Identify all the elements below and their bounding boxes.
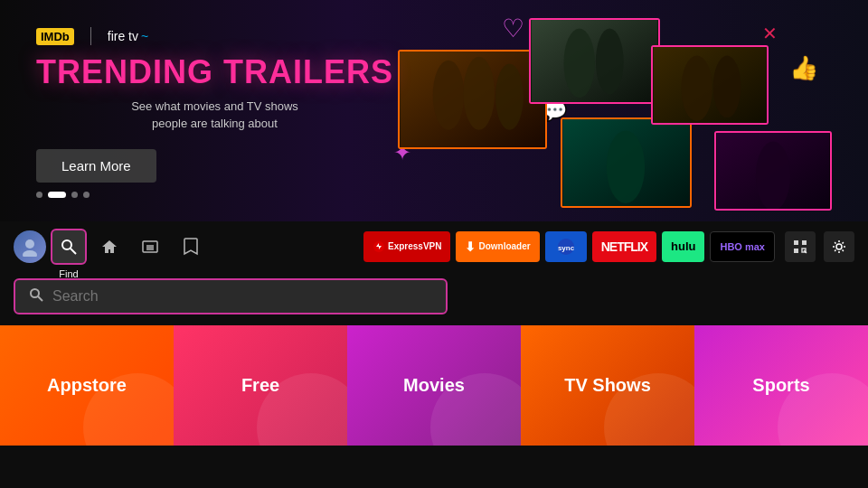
categories-bar: Appstore Free Movies TV Shows Sports (0, 325, 868, 446)
search-icon (29, 287, 43, 305)
thumbnail-4-image (653, 47, 767, 123)
thumbnail-1[interactable] (398, 50, 547, 149)
dot-2-active[interactable] (48, 192, 66, 198)
hbomax-app[interactable]: HBO max (710, 231, 775, 262)
user-avatar[interactable] (14, 230, 46, 263)
close-icon: ✕ (762, 23, 778, 44)
category-sports-label: Sports (752, 375, 809, 396)
fire-icon: ~ (141, 29, 148, 43)
settings-button[interactable] (824, 231, 854, 262)
hero-title: TRENDING TRAILERS (36, 54, 393, 90)
search-container (0, 271, 868, 325)
category-tvshows-label: TV Shows (564, 375, 651, 396)
thumbnail-3[interactable] (561, 117, 692, 208)
category-free-label: Free (241, 375, 279, 396)
hero-subtitle: See what movies and TV shows people are … (36, 98, 393, 133)
dot-3[interactable] (71, 192, 78, 198)
svg-rect-19 (146, 245, 154, 250)
hero-section: IMDb fire tv ~ TRENDING TRAILERS See wha… (0, 0, 868, 221)
thumbnail-4[interactable] (651, 45, 769, 125)
category-movies[interactable]: Movies (347, 325, 521, 446)
category-tvshows[interactable]: TV Shows (521, 325, 694, 446)
svg-rect-25 (794, 249, 798, 253)
category-appstore-label: Appstore (47, 375, 127, 396)
app-3[interactable]: sync (545, 231, 587, 262)
dot-4[interactable] (83, 192, 90, 198)
carousel-dots (36, 192, 393, 198)
hero-subtitle-line2: people are talking about (36, 115, 393, 133)
hero-subtitle-line1: See what movies and TV shows (36, 98, 393, 116)
find-label: Find (59, 268, 78, 279)
thumbnail-2[interactable] (529, 18, 660, 104)
svg-point-1 (433, 61, 465, 130)
home-nav-item[interactable] (91, 229, 127, 265)
category-movies-label: Movies (403, 375, 465, 396)
hulu-app[interactable]: hulu (662, 231, 704, 262)
svg-point-3 (495, 63, 524, 129)
svg-rect-23 (794, 240, 798, 245)
thumbsup-icon: 👍 (789, 54, 818, 82)
firetv-logo: fire tv ~ (108, 29, 148, 43)
navbar: Find ExpressVPN ⬇Downloader (0, 221, 868, 271)
svg-point-2 (463, 57, 495, 130)
category-sports[interactable]: Sports (694, 325, 868, 446)
search-bar[interactable] (14, 278, 448, 314)
expressvpn-app[interactable]: ExpressVPN (363, 231, 450, 262)
svg-point-29 (31, 289, 39, 297)
firetv-text: fire tv (108, 29, 138, 43)
category-appstore[interactable]: Appstore (0, 325, 174, 446)
app-icons-bar: ExpressVPN ⬇Downloader sync NETFLIX hulu… (363, 231, 775, 262)
heart-icon: ♡ (502, 14, 524, 43)
imdb-logo: IMDb (36, 28, 74, 45)
live-nav-item[interactable] (132, 229, 168, 265)
search-input[interactable] (52, 288, 432, 305)
thumbnails-area: ♡ 💬 👍 ✕ ✦ ✦ (344, 0, 868, 221)
thumbnail-3-image (562, 119, 690, 206)
find-nav-item[interactable]: Find (51, 229, 87, 265)
svg-point-14 (25, 239, 34, 249)
thumbnail-5-image (716, 133, 830, 209)
svg-point-11 (713, 56, 741, 118)
wishlist-nav-item[interactable] (173, 229, 209, 265)
svg-rect-24 (802, 240, 807, 245)
svg-text:sync: sync (558, 244, 575, 252)
svg-point-15 (23, 250, 37, 257)
svg-point-6 (596, 29, 624, 95)
dot-1[interactable] (36, 192, 42, 198)
svg-point-8 (607, 130, 645, 203)
svg-line-30 (38, 296, 42, 301)
svg-point-28 (836, 244, 842, 249)
svg-point-5 (563, 29, 594, 99)
app-grid-button[interactable] (785, 231, 816, 262)
svg-line-17 (71, 249, 76, 254)
hero-content: IMDb fire tv ~ TRENDING TRAILERS See wha… (36, 27, 393, 198)
svg-point-10 (682, 56, 712, 122)
thumbnail-1-image (400, 52, 545, 147)
svg-point-13 (756, 142, 790, 209)
logo-divider (90, 27, 91, 45)
thumbnail-5[interactable] (714, 131, 832, 211)
thumbnail-2-image (531, 20, 658, 102)
downloader-app[interactable]: ⬇Downloader (456, 231, 539, 262)
category-free[interactable]: Free (174, 325, 347, 446)
netflix-app[interactable]: NETFLIX (592, 231, 656, 262)
svg-point-16 (62, 240, 71, 249)
logo-area: IMDb fire tv ~ (36, 27, 393, 45)
learn-more-button[interactable]: Learn More (36, 149, 156, 183)
